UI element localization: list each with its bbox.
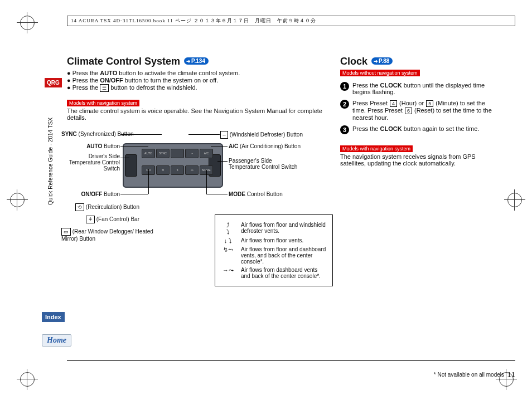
climate-section: Climate Control System P.134 Press the A… xyxy=(67,56,323,245)
crop-mark xyxy=(20,16,35,30)
label-ac: A/C (Air Conditioning) Button xyxy=(229,143,301,149)
airflow-legend: ⤴⤵Air flows from floor and windshield de… xyxy=(215,214,333,286)
clock-page-ref[interactable]: P.88 xyxy=(371,57,393,65)
legend-icon: ↯⤳ xyxy=(221,246,235,265)
clock-step-3: 3 Press the CLOCK button again to set th… xyxy=(340,125,496,134)
footer-rule xyxy=(67,360,515,361)
legend-text: Air flows from floor and windshield defr… xyxy=(241,222,327,235)
clock-title: Clock xyxy=(340,56,367,67)
legend-text: Air flows from floor vents. xyxy=(241,237,327,244)
label-mode: MODE Control Button xyxy=(229,191,283,197)
label-driver: Driver's Side Temperature Control Switch xyxy=(61,153,120,172)
label-sync: SYNC (Synchronized) Button xyxy=(61,131,120,137)
label-passenger: Passenger's Side Temperature Control Swi… xyxy=(229,158,301,170)
clock-step-1: 1 Press the CLOCK button until the displ… xyxy=(340,82,496,95)
climate-bullets: Press the AUTO button to activate the cl… xyxy=(67,70,323,92)
legend-icon: ↓ ⤵ xyxy=(221,237,235,244)
footnote: * Not available on all models xyxy=(434,372,504,378)
label-recirc: ⟲ (Recirculation) Button xyxy=(61,203,139,211)
tab-index[interactable]: Index xyxy=(42,312,65,322)
climate-panel-graphic: AUTO SYNC ⌢ A/C ON ⟲ ⚘ ▭ MODE xyxy=(123,143,223,188)
step-number: 2 xyxy=(340,100,349,109)
with-nav-text: The navigation system receives signals f… xyxy=(340,153,496,167)
crop-mark xyxy=(10,193,25,207)
legend-icon: →⤳ xyxy=(221,267,235,279)
label-defrost: ⌢ (Windshield Defroster) Button xyxy=(220,131,303,139)
clock-step-2: 2 Press Preset 4 (Hour) or 5 (Minute) to… xyxy=(340,100,496,121)
legend-text: Air flows from dashboard vents and back … xyxy=(241,267,327,279)
clock-section: Clock P.88 Models without navigation sys… xyxy=(340,56,496,245)
legend-icon: ⤴⤵ xyxy=(221,222,235,235)
climate-page-ref[interactable]: P.134 xyxy=(184,57,209,65)
page-number: 11 xyxy=(507,370,515,379)
label-onoff: ON/OFF Button xyxy=(61,191,120,197)
with-nav-tag: Models with navigation system xyxy=(340,145,413,152)
header-line: 14 ACURA TSX 4D-31TL16500.book 11 ページ ２０… xyxy=(67,16,515,26)
step-number: 1 xyxy=(340,82,349,91)
label-rear: ▭ (Rear Window Defogger/ Heated Mirror) … xyxy=(61,228,156,242)
label-auto: AUTO Button xyxy=(61,143,120,149)
home-button[interactable]: Home xyxy=(42,334,71,347)
without-nav-tag: Models without navigation system xyxy=(340,70,420,76)
crop-mark xyxy=(20,372,35,387)
nav-note: The climate control system is voice oper… xyxy=(67,108,323,121)
step-number: 3 xyxy=(340,125,349,134)
label-fan: ⚘ (Fan Control) Bar xyxy=(61,216,139,223)
sidebar-guide-text: Quick Reference Guide - 2014 TSX xyxy=(47,94,54,205)
climate-title: Climate Control System xyxy=(67,56,180,67)
nav-models-tag: Models with navigation system xyxy=(67,100,139,106)
legend-text: Air flows from floor and dashboard vents… xyxy=(241,246,327,265)
tab-qrg[interactable]: QRG xyxy=(45,78,62,87)
